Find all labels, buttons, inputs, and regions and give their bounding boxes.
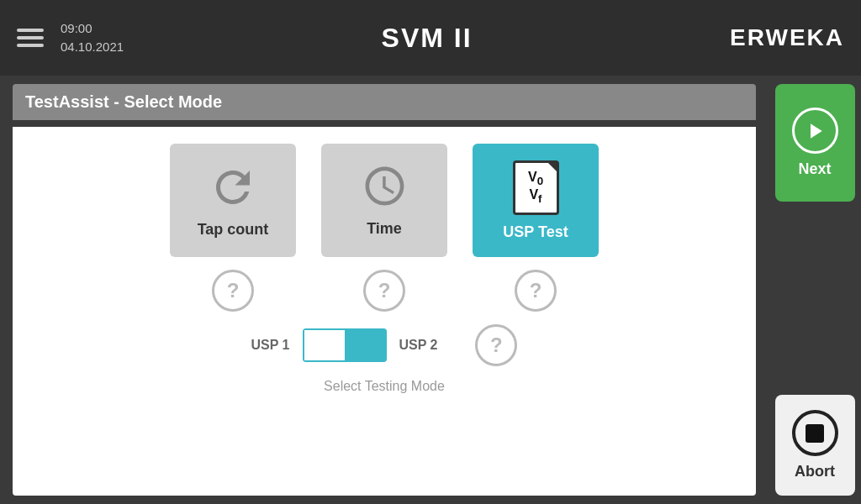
tap-count-help-icon[interactable]: ? bbox=[212, 270, 254, 312]
time-label: Time bbox=[367, 220, 402, 238]
usp2-option[interactable] bbox=[346, 328, 387, 362]
usp1-label: USP 1 bbox=[251, 338, 290, 353]
time-button[interactable]: Time bbox=[321, 144, 447, 257]
usp-toggle-row: USP 1 USP 2 ? bbox=[29, 324, 739, 366]
usp-help-wrap: ? bbox=[473, 270, 599, 312]
usp-test-label: USP Test bbox=[503, 223, 568, 241]
main-area: TestAssist - Select Mode Tap count bbox=[0, 76, 861, 504]
next-button[interactable]: Next bbox=[775, 84, 855, 202]
hamburger-menu[interactable] bbox=[17, 29, 44, 47]
usp-test-button[interactable]: V0Vf USP Test bbox=[473, 144, 599, 257]
next-arrow-icon bbox=[792, 108, 838, 154]
usp1-option[interactable] bbox=[303, 328, 346, 362]
usp-toggle[interactable] bbox=[303, 328, 387, 362]
help-icons-row: ? ? ? bbox=[29, 270, 739, 312]
select-mode-text: Select Testing Mode bbox=[324, 379, 445, 394]
time-help-wrap: ? bbox=[321, 270, 447, 312]
tap-count-help-wrap: ? bbox=[170, 270, 296, 312]
mode-buttons-row: Tap count Time V0Vf USP Tes bbox=[29, 144, 739, 257]
sidebar: Next Abort bbox=[769, 76, 861, 504]
content-panel: TestAssist - Select Mode Tap count bbox=[0, 76, 769, 504]
tap-count-label: Tap count bbox=[198, 221, 269, 239]
abort-stop-icon bbox=[792, 410, 838, 456]
header: 09:00 04.10.2021 SVM II ERWEKA bbox=[0, 0, 861, 76]
usp-icon: V0Vf bbox=[513, 160, 559, 215]
next-label: Next bbox=[798, 160, 831, 178]
usp2-label: USP 2 bbox=[399, 338, 438, 353]
abort-square bbox=[806, 424, 824, 443]
header-title: SVM II bbox=[124, 23, 730, 54]
panel-title: TestAssist - Select Mode bbox=[13, 84, 756, 120]
abort-button[interactable]: Abort bbox=[775, 395, 855, 496]
tap-count-button[interactable]: Tap count bbox=[170, 144, 296, 257]
abort-label: Abort bbox=[795, 463, 835, 480]
time-help-icon[interactable]: ? bbox=[363, 270, 405, 312]
usp-help-icon[interactable]: ? bbox=[515, 270, 557, 312]
clock-icon bbox=[362, 163, 408, 212]
panel-body: Tap count Time V0Vf USP Tes bbox=[13, 127, 756, 496]
refresh-icon bbox=[208, 162, 258, 213]
erweka-logo: ERWEKA bbox=[730, 24, 844, 51]
usp-toggle-help-icon[interactable]: ? bbox=[475, 324, 517, 366]
header-time: 09:00 04.10.2021 bbox=[61, 19, 124, 57]
